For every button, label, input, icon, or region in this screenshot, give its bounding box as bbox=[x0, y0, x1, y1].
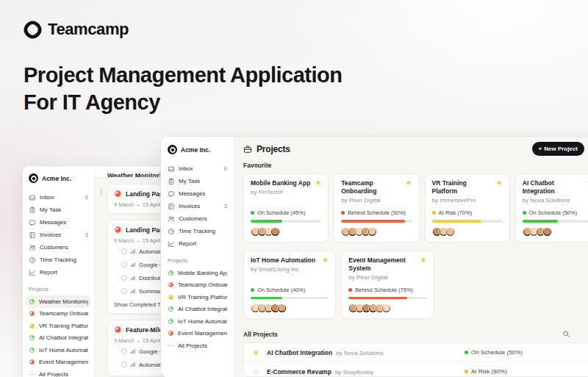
drag-handle-icon[interactable]: ⋮ bbox=[98, 188, 104, 195]
progress-bar bbox=[251, 220, 321, 223]
avatar bbox=[542, 227, 552, 237]
sidebar-item-report[interactable]: Report bbox=[168, 237, 227, 250]
project-row-title: AI Chatbot Integration bbox=[267, 349, 332, 356]
star-icon[interactable]: ★ bbox=[322, 256, 329, 264]
project-row-title: E-Commerce Revamp bbox=[267, 368, 331, 376]
sidebar-item-customers[interactable]: Customers bbox=[168, 212, 227, 225]
project-row-ai-chatbot[interactable]: ★ AI Chatbot Integration by Nova Solutio… bbox=[244, 343, 588, 362]
customers-icon bbox=[29, 244, 36, 251]
project-status-pie-icon bbox=[29, 323, 35, 329]
status-dot bbox=[465, 370, 468, 373]
sidebar-project-event-management[interactable]: Event Management... bbox=[29, 356, 88, 369]
status-text: On Schedule (40%) bbox=[257, 287, 305, 293]
sidebar-item-time-tracking[interactable]: Time Tracking bbox=[168, 225, 227, 237]
task-progress-pie-icon bbox=[114, 226, 122, 234]
project-card-title: AI Chatbot Integration bbox=[523, 179, 584, 195]
sidebar-item-report[interactable]: Report bbox=[29, 266, 88, 279]
sidebar-item-inbox[interactable]: Inbox 6 bbox=[29, 191, 88, 204]
avatar-stack bbox=[432, 227, 503, 237]
checkbox-icon[interactable] bbox=[121, 262, 127, 268]
progress-bar bbox=[251, 297, 329, 300]
avatar-stack bbox=[523, 227, 588, 237]
sidebar-item-time-tracking[interactable]: Time Tracking bbox=[29, 254, 88, 266]
sidebar-project-mobile-banking[interactable]: Mobile Banking App bbox=[168, 267, 227, 279]
sidebar-item-my-task[interactable]: My Task bbox=[29, 204, 88, 216]
project-card-title: Event Management System bbox=[348, 256, 417, 273]
page-title-line2: For IT Agency bbox=[24, 89, 343, 116]
project-card-teamcamp-onboarding[interactable]: Teamcamp Onboarding ★ by Pixer Digital B… bbox=[334, 173, 419, 243]
star-icon[interactable]: ★ bbox=[406, 179, 412, 187]
avatar-stack bbox=[251, 304, 329, 313]
workspace-switcher[interactable]: Acme Inc. bbox=[168, 145, 227, 154]
project-card-ai-chatbot[interactable]: AI Chatbot Integration ★ by Nova Solutio… bbox=[515, 173, 588, 243]
status-dot bbox=[341, 211, 345, 215]
new-project-button[interactable]: + New Project bbox=[532, 142, 584, 156]
priority-bars-icon bbox=[130, 362, 136, 367]
status-dot bbox=[251, 288, 254, 292]
status-text: On Schedule (50%) bbox=[529, 209, 577, 216]
sidebar-item-all-projects[interactable]: ··· All Projects bbox=[168, 340, 227, 352]
priority-bars-icon bbox=[130, 348, 136, 354]
checkbox-icon[interactable] bbox=[121, 362, 127, 367]
sidebar-item-messages[interactable]: Messages bbox=[168, 187, 227, 200]
projects-section-label: Projects bbox=[29, 286, 88, 292]
project-status-pie-icon bbox=[168, 294, 174, 301]
sidebar-project-teamcamp-onboarding[interactable]: Teamcamp Onboardi... bbox=[29, 308, 88, 320]
checkbox-icon[interactable] bbox=[121, 288, 127, 294]
priority-bars-icon bbox=[130, 262, 136, 268]
sidebar-item-inbox[interactable]: Inbox 6 bbox=[168, 162, 227, 175]
sidebar-item-my-task[interactable]: My Task bbox=[168, 175, 227, 187]
project-status-pie-icon bbox=[168, 318, 174, 325]
sidebar-item-customers[interactable]: Customers bbox=[29, 241, 88, 254]
projects-title: Projects bbox=[257, 144, 290, 154]
status-dot bbox=[432, 211, 436, 215]
project-status-pie-icon bbox=[29, 310, 35, 317]
sidebar-item-all-projects[interactable]: ··· All Projects bbox=[29, 368, 88, 377]
sidebar-project-teamcamp-onboarding[interactable]: Teamcamp Onboardi... bbox=[168, 279, 227, 292]
checkbox-icon[interactable] bbox=[121, 248, 127, 254]
invoices-icon bbox=[168, 203, 175, 210]
project-card-iot-home[interactable]: IoT Home Automation ★ by SmartLiving Inc… bbox=[243, 251, 336, 320]
star-icon[interactable]: ★ bbox=[253, 349, 263, 356]
sidebar-item-invoices[interactable]: Invoices 3 bbox=[168, 200, 227, 212]
task-progress-pie-icon bbox=[114, 190, 122, 198]
star-icon[interactable]: ★ bbox=[315, 179, 321, 187]
all-projects-label: All Projects bbox=[243, 331, 278, 338]
projects-panel: Projects + New Project Favourite Mobile … bbox=[234, 137, 588, 377]
inbox-badge: 6 bbox=[85, 194, 88, 201]
project-row-ecommerce-revamp[interactable]: ☆ E-Commerce Revamp by ShopBuddy At Risk… bbox=[244, 362, 588, 377]
star-icon[interactable]: ★ bbox=[420, 256, 427, 264]
project-card-vr-training[interactable]: VR Training Platform ★ by ImmersivePro A… bbox=[425, 173, 510, 243]
sidebar-project-event-management[interactable]: Event Management... bbox=[168, 328, 227, 340]
project-card-owner: by Pixer Digital bbox=[348, 274, 426, 281]
project-card-mobile-banking[interactable]: Mobile Banking App ★ by FinTechX On Sche… bbox=[243, 173, 329, 243]
checkbox-icon[interactable] bbox=[121, 275, 127, 281]
sidebar-project-iot-home[interactable]: IoT Home Automation bbox=[168, 315, 227, 328]
sidebar-project-iot-home[interactable]: IoT Home Automation bbox=[29, 344, 88, 356]
sidebar-item-invoices[interactable]: Invoices 3 bbox=[29, 229, 88, 241]
sidebar-project-weather-monitoring[interactable]: Weather Monitoring... bbox=[26, 295, 91, 308]
plus-icon: + bbox=[539, 146, 542, 152]
project-card-owner: by Nova Solutions bbox=[523, 197, 588, 204]
invoices-badge: 3 bbox=[224, 203, 227, 209]
sidebar-project-ai-chatbot[interactable]: AI Chatbot Integration bbox=[168, 304, 227, 316]
sidebar-project-vr-training[interactable]: VR Training Platform bbox=[168, 291, 227, 304]
status-text: At Risk (60%) bbox=[471, 368, 507, 375]
project-card-event-management[interactable]: Event Management System ★ by Pixer Digit… bbox=[341, 251, 434, 320]
search-icon[interactable] bbox=[562, 330, 570, 338]
priority-bars-icon bbox=[130, 288, 136, 294]
status-text: On Schedule (45%) bbox=[257, 209, 305, 216]
project-status-pie-icon bbox=[168, 270, 174, 276]
status-text: At Risk (70%) bbox=[439, 209, 473, 216]
sidebar-project-vr-training[interactable]: VR Training Platform bbox=[29, 320, 88, 332]
checkbox-icon[interactable] bbox=[121, 348, 127, 354]
sidebar-project-ai-chatbot[interactable]: AI Chatbot Integration bbox=[29, 332, 88, 345]
star-outline-icon[interactable]: ☆ bbox=[253, 368, 263, 376]
star-icon[interactable]: ★ bbox=[496, 179, 503, 187]
status-dot bbox=[523, 211, 526, 215]
project-card-title: IoT Home Automation bbox=[251, 256, 315, 265]
task-progress-pie-icon bbox=[114, 326, 122, 334]
sidebar-item-messages[interactable]: Messages bbox=[29, 216, 88, 229]
ellipsis-icon: ··· bbox=[29, 371, 35, 377]
workspace-switcher[interactable]: Acme Inc. bbox=[29, 173, 88, 183]
